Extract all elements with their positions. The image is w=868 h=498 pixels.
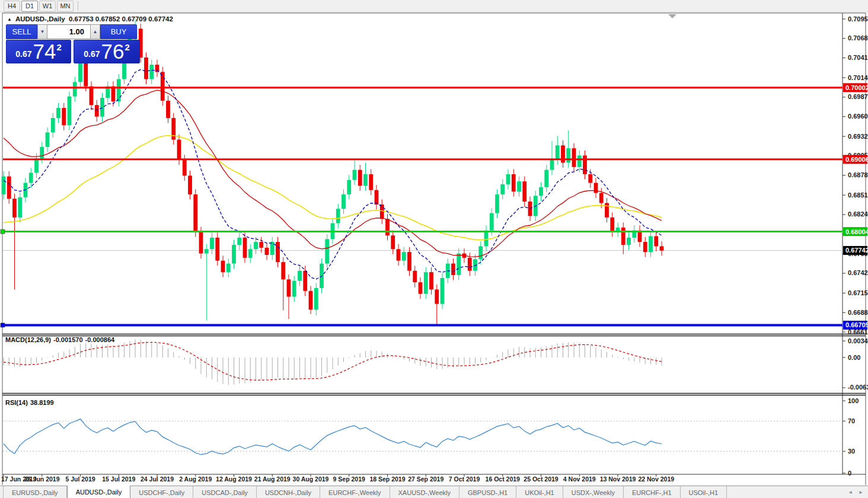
rsi-layer (3, 419, 843, 455)
price-axis-label: 0.67425 (848, 269, 868, 276)
macd-layer (4, 339, 662, 385)
rsi-axis-label: 0 (848, 470, 851, 477)
rsi-axis-label: 30 (848, 448, 855, 455)
sell-price-panel[interactable]: 0.67 74 2 (6, 40, 71, 63)
macd-axis-label: 0.00 (848, 354, 860, 361)
price-axis: 0.709550.706850.704150.701400.698700.696… (843, 15, 868, 336)
date-axis: 17 Jun 201926 Jun 20195 Jul 201915 Jul 2… (1, 474, 674, 483)
spin-down-icon: ▼ (40, 29, 45, 34)
date-axis-label: 27 Sep 2019 (408, 475, 443, 483)
buy-price-panel[interactable]: 0.67 76 2 (74, 40, 140, 63)
macd-value-signal: -0.000864 (85, 336, 115, 343)
chart-tab-usoil-h1[interactable]: USOil-,H1 (681, 486, 727, 498)
price-axis-label: 0.69600 (848, 113, 868, 120)
date-axis-label: 7 Oct 2019 (449, 475, 480, 483)
date-axis-label: 4 Nov 2019 (563, 475, 596, 483)
price-axis-label: 0.69325 (848, 133, 868, 140)
buy-price-sup: 2 (125, 42, 129, 52)
price-axis-label: 0.70685 (848, 34, 868, 42)
chart-canvas[interactable]: 0.709550.706850.704150.701400.698700.696… (0, 12, 868, 486)
indicator-axis: 0.003490.00-0.0063710070300 (843, 337, 868, 477)
price-axis-label: 0.68785 (848, 171, 868, 178)
chart-window[interactable]: 0.709550.706850.704150.701400.698700.696… (0, 12, 868, 486)
svg-text:0.69006: 0.69006 (845, 156, 868, 163)
chart-tab-xauusd-weekly[interactable]: XAUUSD-,Weekly (390, 486, 459, 498)
chart-tab-eurusd-daily[interactable]: EURUSD-,Daily (3, 486, 67, 498)
date-axis-label: 22 Nov 2019 (638, 475, 674, 483)
volume-increase-button[interactable]: ▲ (90, 24, 100, 39)
chart-tab-ukoil-h1[interactable]: UKOil-,H1 (516, 486, 563, 498)
rsi-name: RSI(14) (5, 399, 28, 406)
svg-text:0.68004: 0.68004 (845, 228, 868, 235)
chart-title-symbol: AUDUSD-,Daily (15, 15, 65, 23)
sell-button[interactable]: SELL (6, 24, 37, 39)
price-axis-label: 0.68510 (848, 191, 868, 199)
chart-tab-usdcad-daily[interactable]: USDCAD-,Daily (193, 486, 257, 498)
macd-indicator-label: MACD(12,26,9)-0.001570-0.000864 (5, 336, 117, 343)
price-axis-label: 0.68240 (848, 210, 868, 218)
date-axis-label: 25 Oct 2019 (524, 475, 559, 483)
buy-price-big: 76 (101, 42, 124, 61)
timeframe-button-d1[interactable]: D1 (21, 1, 38, 12)
svg-text:0.66705: 0.66705 (845, 321, 868, 328)
date-axis-label: 5 Jul 2019 (65, 475, 95, 483)
chart-tab-bar: EURUSD-,DailyAUDUSD-,DailyUSDCHF-,DailyU… (0, 486, 868, 498)
price-axis-label: 0.70955 (848, 15, 868, 23)
rsi-axis-label: 100 (848, 397, 859, 404)
price-axis-label: 0.70140 (848, 74, 868, 81)
date-axis-label: 21 Aug 2019 (254, 475, 291, 483)
rsi-indicator-label: RSI(14)38.8199 (5, 399, 56, 406)
tab-scroll-left-icon[interactable]: ◄ (848, 490, 853, 495)
svg-text:0.67742: 0.67742 (845, 247, 868, 254)
sell-price-prefix: 0.67 (15, 49, 31, 59)
price-axis-label: 0.66880 (848, 309, 868, 316)
chart-tab-usdx-weekly[interactable]: USDX-,Weekly (563, 486, 624, 498)
chart-title: ▲AUDUSD-,Daily 0.67753 0.67852 0.67709 0… (7, 15, 173, 23)
chart-frame (2, 13, 866, 485)
chart-tab-gbpusd-h1[interactable]: GBPUSD-,H1 (459, 486, 516, 498)
chart-tab-usdchf-daily[interactable]: USDCHF-,Daily (130, 486, 193, 498)
timeframe-button-mn[interactable]: MN (57, 1, 74, 12)
chart-shift-marker-icon (668, 14, 676, 18)
sell-price-big: 74 (33, 42, 56, 61)
toolbar-separator (78, 1, 78, 11)
chart-tab-eurchf-weekly[interactable]: EURCHF-,Weekly (320, 486, 390, 498)
chart-tab-audusd-daily[interactable]: AUDUSD-,Daily (67, 486, 131, 498)
rsi-value: 38.8199 (30, 399, 54, 406)
timeframe-toolbar: H4D1W1MN (0, 0, 868, 12)
date-axis-label: 15 Jul 2019 (102, 475, 135, 483)
one-click-trade-panel: SELL ▼ ▲ BUY 0.67 74 2 0.67 76 2 (6, 24, 140, 63)
candles-layer (2, 20, 664, 325)
buy-price-prefix: 0.67 (84, 49, 100, 59)
date-axis-label: 24 Jul 2019 (141, 475, 174, 483)
macd-axis-label: 0.00349 (848, 337, 868, 344)
spin-up-icon: ▲ (93, 29, 98, 34)
tab-scroll-arrows: ◄► (842, 486, 868, 498)
date-axis-label: 12 Aug 2019 (216, 475, 252, 483)
chart-tab-usdcnh-daily[interactable]: USDCNH-,Daily (257, 486, 320, 498)
date-axis-label: 16 Oct 2019 (486, 475, 521, 483)
date-axis-label: 26 Jun 2019 (24, 475, 60, 483)
date-axis-label: 2 Aug 2019 (179, 475, 212, 483)
date-axis-label: 18 Sep 2019 (369, 475, 405, 483)
chart-tab-eurchf-h1[interactable]: EURCHF-,H1 (624, 486, 681, 498)
date-axis-label: 13 Nov 2019 (600, 475, 636, 483)
macd-axis-label: -0.00637 (848, 384, 868, 391)
price-axis-label: 0.69870 (848, 93, 868, 100)
macd-name: MACD(12,26,9) (5, 336, 51, 343)
macd-value-main: -0.001570 (53, 336, 83, 343)
collapse-icon[interactable]: ▲ (7, 17, 12, 22)
buy-button[interactable]: BUY (100, 24, 137, 39)
sell-price-sup: 2 (56, 42, 61, 52)
timeframe-button-h4[interactable]: H4 (4, 1, 20, 12)
tab-scroll-right-icon[interactable]: ► (859, 490, 863, 495)
date-axis-label: 30 Aug 2019 (293, 475, 329, 483)
svg-text:0.70002: 0.70002 (845, 84, 868, 91)
chart-title-ohlc: 0.67753 0.67852 0.67709 0.67742 (69, 15, 173, 23)
volume-decrease-button[interactable]: ▼ (37, 24, 47, 39)
date-axis-label: 9 Sep 2019 (333, 475, 365, 483)
volume-input[interactable] (47, 24, 90, 39)
timeframe-button-w1[interactable]: W1 (39, 1, 56, 12)
rsi-axis-label: 70 (848, 417, 855, 424)
price-axis-label: 0.67150 (848, 289, 868, 296)
